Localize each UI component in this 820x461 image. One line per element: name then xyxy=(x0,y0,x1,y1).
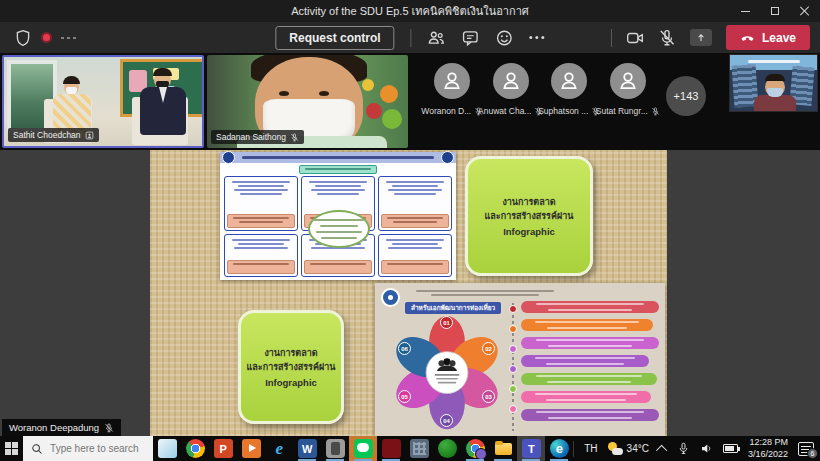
taskbar-app-file-explorer[interactable] xyxy=(489,436,517,461)
presenter-name: Woranon Deepadung xyxy=(9,422,99,433)
tray-mic-icon[interactable] xyxy=(677,442,690,455)
taskbar-app-line[interactable] xyxy=(349,436,377,461)
petal-number: 01 xyxy=(440,316,453,329)
reactions-icon[interactable] xyxy=(496,29,514,47)
taskbar-app-word[interactable]: W xyxy=(293,436,321,461)
mic-muted-icon xyxy=(651,107,660,116)
chrome-profile-icon xyxy=(466,439,485,458)
windows-logo-icon xyxy=(5,442,19,456)
taskbar-app-media-player[interactable] xyxy=(237,436,265,461)
teams-icon: T xyxy=(522,439,541,458)
show-hidden-icons-chevron[interactable] xyxy=(656,444,667,455)
taskbar-app-xbox[interactable] xyxy=(433,436,461,461)
notification-count-badge: 6 xyxy=(807,448,818,459)
video-tile-sathit[interactable]: Sathit Choedchan xyxy=(2,55,204,148)
poster-logo-icon xyxy=(381,288,400,307)
screen-share-stage: งานการตลาด และการสร้างสรรค์ผ่าน Infograp… xyxy=(0,150,820,436)
share-screen-button[interactable] xyxy=(690,29,712,46)
person-icon xyxy=(557,69,581,93)
audio-participants: Woranon D... Anuwat Cha... Suphatson ...… xyxy=(423,63,657,116)
date: 3/16/2022 xyxy=(748,449,788,460)
close-icon xyxy=(800,6,810,16)
red-app-icon xyxy=(382,439,401,458)
minimize-button[interactable] xyxy=(730,0,760,22)
poster-logo-icon xyxy=(222,151,235,164)
taskbar-app-internet-explorer[interactable]: e xyxy=(265,436,293,461)
taskbar-app-chrome[interactable] xyxy=(181,436,209,461)
petal-number: 04 xyxy=(440,414,453,427)
system-tray: TH 34°C 12:28 PM 3/16/2022 6 xyxy=(573,436,820,461)
title-bar: Activity of the SDU Ep.5 เทคนิคพิชิตเงิน… xyxy=(0,0,820,22)
recording-timer xyxy=(61,37,79,39)
taskbar-app-sticky-notes[interactable] xyxy=(153,436,181,461)
language-indicator[interactable]: TH xyxy=(584,443,597,454)
mic-muted-icon[interactable] xyxy=(658,29,676,47)
file-explorer-icon xyxy=(494,439,513,458)
taskbar-app-edge[interactable]: e xyxy=(545,436,573,461)
mic-muted-icon xyxy=(290,133,299,142)
search-icon xyxy=(31,443,43,455)
maximize-button[interactable] xyxy=(760,0,790,22)
battery-icon[interactable] xyxy=(723,444,738,453)
self-view-tile[interactable] xyxy=(729,54,818,112)
person-icon xyxy=(616,69,640,93)
participant-name: Woranon D... xyxy=(421,106,471,116)
start-button[interactable] xyxy=(0,436,23,461)
weather-widget[interactable]: 34°C xyxy=(608,442,649,455)
taskbar-search[interactable] xyxy=(23,436,153,461)
participant-name-tag: Sadanan Saithong xyxy=(211,130,304,144)
taskbar-app-calculator[interactable] xyxy=(405,436,433,461)
camera-icon[interactable] xyxy=(626,29,644,47)
green-infographic-card: งานการตลาด และการสร้างสรรค์ผ่าน Infograp… xyxy=(465,156,593,276)
more-options-icon[interactable] xyxy=(530,36,545,39)
media-player-icon xyxy=(242,439,261,458)
overflow-participants-count[interactable]: +143 xyxy=(666,76,706,116)
petal-number: 02 xyxy=(482,342,495,355)
taskbar-app-powerpoint[interactable]: P xyxy=(209,436,237,461)
participants-icon[interactable] xyxy=(428,29,446,47)
time: 12:28 PM xyxy=(748,437,788,448)
xbox-icon xyxy=(438,439,457,458)
teams-meeting-window: Activity of the SDU Ep.5 เทคนิคพิชิตเงิน… xyxy=(0,0,820,461)
tray-speaker-icon[interactable] xyxy=(700,442,713,455)
request-control-button[interactable]: Request control xyxy=(275,26,394,50)
taskbar-clock[interactable]: 12:28 PM 3/16/2022 xyxy=(748,437,788,460)
maximize-icon xyxy=(771,7,779,15)
timeline xyxy=(512,303,514,431)
person-icon xyxy=(440,69,464,93)
petal-number: 03 xyxy=(482,390,495,403)
participant-avatar-tile[interactable]: Sutat Rungr... xyxy=(599,63,658,116)
taskbar-apps: P e W T e xyxy=(153,436,573,461)
participant-name: Sutat Rungr... xyxy=(596,106,648,116)
participant-avatar-tile[interactable]: Suphatson ... xyxy=(540,63,599,116)
chat-icon[interactable] xyxy=(462,29,480,47)
video-tile-sadanan[interactable]: Sadanan Saithong xyxy=(207,55,408,148)
shield-icon xyxy=(14,29,32,47)
temperature: 34°C xyxy=(627,443,649,454)
window-title: Activity of the SDU Ep.5 เทคนิคพิชิตเงิน… xyxy=(0,2,820,20)
taskbar-app-chrome-profile[interactable] xyxy=(461,436,489,461)
taskbar-app-teams[interactable]: T xyxy=(517,436,545,461)
recording-indicator-icon xyxy=(41,32,52,43)
participant-avatar-tile[interactable]: Anuwat Cha... xyxy=(482,63,541,116)
weather-icon xyxy=(608,442,623,455)
infographic-bars xyxy=(521,301,659,427)
meeting-toolbar: Request control Leave xyxy=(0,22,820,53)
participant-avatar-tile[interactable]: Woranon D... xyxy=(423,63,482,116)
poster-logo-icon xyxy=(441,151,454,164)
close-button[interactable] xyxy=(790,0,820,22)
divider xyxy=(611,29,612,47)
mobile-device-icon xyxy=(326,439,345,458)
internet-explorer-icon: e xyxy=(270,439,289,458)
leave-button[interactable]: Leave xyxy=(726,25,810,50)
meeting-stage: Sathit Choedchan Sadanan Saithong xyxy=(0,53,820,436)
shared-desktop-background: งานการตลาด และการสร้างสรรค์ผ่าน Infograp… xyxy=(150,150,667,436)
participant-name: Sathit Choedchan xyxy=(13,130,81,140)
taskbar-app-mobile-device[interactable] xyxy=(321,436,349,461)
search-input[interactable] xyxy=(50,443,145,454)
taskbar-app-red[interactable] xyxy=(377,436,405,461)
shared-poster-diagram xyxy=(220,152,456,280)
petal-number: 05 xyxy=(398,390,411,403)
action-center-icon[interactable]: 6 xyxy=(798,442,814,456)
presenter-name-tag: Woranon Deepadung xyxy=(2,419,121,436)
